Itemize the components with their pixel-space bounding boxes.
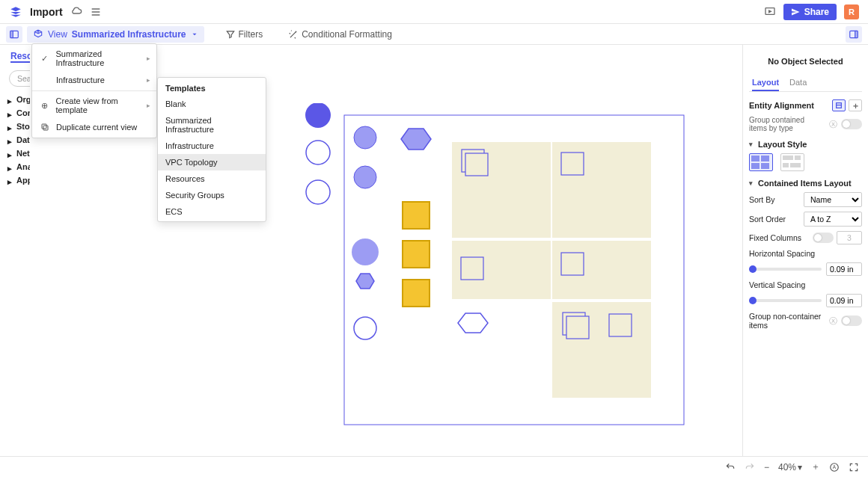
avatar[interactable]: R (844, 4, 859, 19)
svg-marker-18 (401, 129, 431, 150)
entity-alignment-header: Entity Alignment ＋ (749, 99, 862, 111)
svg-rect-30 (561, 153, 584, 175)
svg-rect-35 (609, 314, 632, 336)
svg-rect-8 (42, 124, 46, 129)
menu-separator (32, 90, 156, 91)
align-card-icon[interactable] (832, 99, 846, 111)
view-menu-item[interactable]: Infrastructure ▸ (32, 71, 156, 89)
sort-by-label: Sort By (749, 195, 774, 204)
zoom-level[interactable]: 40% ▾ (778, 462, 802, 473)
svg-point-10 (306, 141, 330, 164)
filters-label: Filters (239, 29, 263, 40)
view-current-name: Summarized Infrastructure (72, 29, 186, 40)
view-menu-item-create-from-template[interactable]: ⊕ Create view from template ▸ (32, 93, 156, 118)
share-label: Share (804, 7, 829, 17)
right-panel-toggle[interactable] (846, 26, 862, 43)
v-spacing-label: Vertical Spacing (749, 280, 805, 289)
plus-circle-icon: ⊕ (40, 100, 50, 111)
sort-order-label: Sort Order (749, 215, 786, 224)
sort-by-select[interactable]: Name (804, 192, 862, 207)
group-noncontainer-toggle[interactable] (841, 316, 862, 326)
svg-marker-16 (356, 274, 374, 289)
add-alignment-icon[interactable]: ＋ (849, 99, 862, 111)
caret-right-icon: ▸ (7, 150, 13, 156)
caret-right-icon: ▸ (7, 177, 13, 183)
view-menu-item[interactable]: ✓ Summarized Infrastructure ▸ (32, 46, 156, 71)
svg-point-15 (352, 238, 379, 265)
svg-point-13 (354, 126, 376, 149)
svg-rect-20 (403, 241, 430, 268)
zoom-in-button[interactable]: ＋ (811, 461, 820, 473)
present-icon[interactable] (764, 6, 776, 18)
accessibility-icon[interactable]: A (829, 462, 840, 473)
wand-icon (288, 29, 299, 40)
svg-rect-6 (855, 31, 858, 37)
template-item[interactable]: Resources (158, 170, 266, 187)
template-item[interactable]: Blank (158, 96, 266, 112)
svg-rect-3 (10, 31, 13, 37)
svg-point-14 (354, 166, 376, 188)
fixed-columns-label: Fixed Columns (749, 233, 801, 242)
top-bar: Import Share R (0, 0, 868, 24)
template-item[interactable]: Security Groups (158, 187, 266, 203)
close-circle-icon[interactable]: ⓧ (828, 316, 838, 326)
close-circle-icon[interactable]: ⓧ (828, 119, 838, 129)
template-item[interactable]: ECS (158, 203, 266, 220)
tab-data[interactable]: Data (789, 78, 807, 91)
cond-fmt-label: Conditional Formatting (302, 29, 392, 40)
caret-right-icon: ▸ (7, 137, 13, 143)
svg-text:A: A (833, 464, 837, 470)
undo-button[interactable] (725, 462, 736, 473)
layout-style-header[interactable]: Layout Style (749, 140, 862, 149)
cloud-icon[interactable] (70, 6, 82, 18)
group-contained-label: Group contained items by type (749, 116, 823, 132)
view-selector-button[interactable]: View Summarized Infrastructure (27, 26, 204, 43)
redo-button[interactable] (745, 462, 755, 473)
app-logo-icon (9, 5, 22, 19)
svg-point-17 (354, 317, 376, 339)
h-spacing-input[interactable] (826, 262, 862, 276)
templates-header: Templates (158, 79, 266, 96)
svg-rect-21 (403, 280, 430, 307)
svg-rect-29 (465, 153, 488, 176)
share-button[interactable]: Share (783, 4, 837, 20)
template-item[interactable]: Summarized Infrastructure (158, 112, 266, 138)
svg-rect-34 (566, 316, 589, 339)
svg-point-9 (305, 103, 331, 128)
selection-title: No Object Selected (749, 52, 862, 78)
v-spacing-slider[interactable] (749, 299, 822, 302)
sort-order-select[interactable]: A to Z (804, 212, 862, 227)
right-panel: No Object Selected Layout Data Entity Al… (742, 45, 868, 456)
caret-right-icon: ▸ (7, 96, 13, 102)
group-contained-toggle[interactable] (841, 119, 862, 129)
v-spacing-input[interactable] (826, 294, 862, 307)
h-spacing-slider[interactable] (749, 268, 822, 271)
filters-button[interactable]: Filters (221, 26, 268, 43)
chevron-right-icon: ▸ (147, 55, 150, 62)
contained-layout-header[interactable]: Contained Items Layout (749, 179, 862, 188)
fullscreen-button[interactable] (849, 462, 859, 473)
svg-rect-31 (461, 257, 483, 280)
group-noncontainer-label: Group non-container items (749, 312, 823, 330)
conditional-formatting-button[interactable]: Conditional Formatting (284, 26, 397, 43)
chevron-right-icon: ▸ (147, 76, 150, 84)
svg-marker-22 (458, 313, 488, 333)
svg-rect-7 (43, 126, 48, 130)
blank-icon (40, 75, 50, 85)
view-menu-item-duplicate[interactable]: Duplicate current view (32, 118, 156, 136)
layout-style-grid[interactable] (749, 153, 773, 171)
template-item[interactable]: Infrastructure (158, 138, 266, 154)
caret-right-icon: ▸ (7, 123, 13, 129)
fixed-columns-input[interactable] (837, 231, 862, 244)
template-item-vpc-topology[interactable]: VPC Topology (158, 154, 266, 170)
templates-submenu: Templates Blank Summarized Infrastructur… (157, 77, 266, 222)
fixed-columns-toggle[interactable] (813, 233, 834, 243)
menu-lines-icon[interactable] (90, 6, 102, 18)
view-label: View (48, 29, 67, 40)
left-panel-toggle[interactable] (6, 26, 22, 43)
svg-point-11 (306, 180, 330, 204)
layout-style-freeform[interactable] (780, 153, 804, 171)
cube-icon (33, 29, 43, 40)
zoom-out-button[interactable]: − (764, 462, 769, 473)
tab-layout[interactable]: Layout (752, 78, 779, 91)
